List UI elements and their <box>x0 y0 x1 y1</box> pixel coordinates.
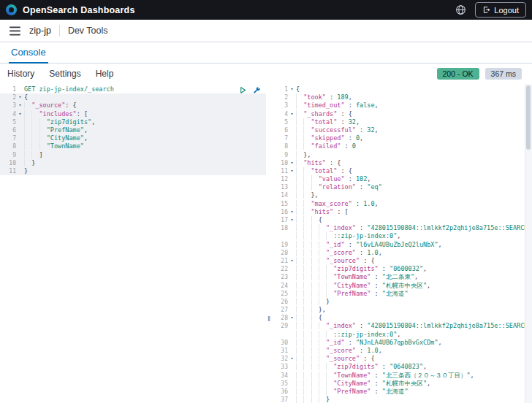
code-line: 34 "TownName" : "北三条西（２０～３０丁目）", <box>272 372 525 380</box>
settings-button[interactable]: Settings <box>49 69 80 79</box>
code-line: 4▾ "includes": [ <box>0 110 266 118</box>
code-line: 1▾{ <box>272 85 525 93</box>
code-line: 10▾ "hits" : { <box>272 159 525 167</box>
response-scrollbar <box>525 84 532 403</box>
opensearch-dashboards-window: OpenSearch Dashboards Logout zip-jp Dev … <box>0 0 532 403</box>
code-line: 25 "PrefName" : "北海道" <box>272 290 525 298</box>
code-line: 6 "successful" : 32, <box>272 126 525 134</box>
logout-icon <box>482 6 490 14</box>
code-line: 26 } <box>272 298 525 306</box>
code-line: 3 "timed_out" : false, <box>272 101 525 110</box>
request-actions <box>239 86 261 94</box>
code-line: 31 "_score" : 1.0, <box>272 347 525 355</box>
send-request-button[interactable] <box>239 86 247 94</box>
menu-icon[interactable] <box>7 23 22 38</box>
code-line: 20 "_score" : 1.0, <box>272 249 525 257</box>
code-line: 2▾{ <box>0 93 266 101</box>
code-line: 16▾ "hits" : [ <box>272 208 525 216</box>
code-line: 9 }, <box>272 151 525 159</box>
code-line: 18 "_index" : "428015190804::lmlkkf2p2qh… <box>272 224 525 232</box>
breadcrumb-workspace[interactable]: zip-jp <box>29 26 51 36</box>
time-badge: 367 ms <box>485 68 522 80</box>
code-line: 29 "_index" : "428015190804::lmlkkf2p2qh… <box>272 322 525 330</box>
scrollbar-thumb[interactable] <box>526 85 531 150</box>
response-status-group: 200 - OK 367 ms <box>437 68 522 80</box>
code-line: ::zip-jp-index:0", <box>272 331 525 339</box>
code-line: 35 "CityName" : "札幌市中央区", <box>272 380 525 388</box>
nav-bar: zip-jp Dev Tools <box>0 20 532 42</box>
code-line: 21▾ "_source" : { <box>272 257 525 265</box>
panel-resizer[interactable]: ‖ <box>266 316 272 323</box>
code-line: 33 "zip7digits" : "0640823", <box>272 363 525 371</box>
code-line: 6 "PrefName", <box>0 126 266 134</box>
code-line: 4▾ "_shards" : { <box>272 110 525 118</box>
code-line: 11} <box>0 167 266 175</box>
opensearch-logo-icon <box>6 4 17 15</box>
tab-console[interactable]: Console <box>9 42 48 64</box>
code-line: 10 } <box>0 159 266 167</box>
code-line: 27 }, <box>272 306 525 314</box>
code-line: 7 "CityName", <box>0 134 266 142</box>
code-line: 36 "PrefName" : "北海道" <box>272 388 525 396</box>
globe-icon[interactable] <box>452 2 468 18</box>
code-line: 32▾ "_source" : { <box>272 355 525 363</box>
logout-label: Logout <box>494 6 519 15</box>
tab-bar: Console <box>0 42 532 64</box>
code-line: ::zip-jp-index:0", <box>272 232 525 240</box>
code-line: 28▾ { <box>272 314 525 322</box>
code-line: 8 "failed" : 0 <box>272 142 525 150</box>
brand-title: OpenSearch Dashboards <box>23 5 135 15</box>
code-line: 30 "_id" : "NJnLA4UB67qpbBvGxCDm", <box>272 339 525 347</box>
code-line: 7 "skipped" : 0, <box>272 134 525 142</box>
request-editor[interactable]: 1GET zip-jp-index/_search2▾{3▾ "_source"… <box>0 84 266 403</box>
code-line: 24 "CityName" : "札幌市中央区", <box>272 282 525 290</box>
code-line: 2 "took" : 189, <box>272 93 525 101</box>
logout-button[interactable]: Logout <box>475 2 526 18</box>
code-line: 15 "max_score" : 1.0, <box>272 200 525 208</box>
code-line: 17▾ { <box>272 216 525 224</box>
code-line: 14 }, <box>272 191 525 199</box>
wrench-icon[interactable] <box>253 86 261 94</box>
console-toolbar: History Settings Help 200 - OK 367 ms <box>0 64 532 84</box>
code-line: 8 "TownName" <box>0 142 266 150</box>
breadcrumb-dev-tools[interactable]: Dev Tools <box>68 26 108 36</box>
code-line: 19 "_id" : "l6vLA4UBuZbJeQ2luNbX", <box>272 241 525 249</box>
response-viewer[interactable]: 1▾{2 "took" : 189,3 "timed_out" : false,… <box>272 84 525 403</box>
code-line: 13 "relation" : "eq" <box>272 183 525 191</box>
code-line: 37 } <box>272 396 525 403</box>
panel-divider: ‖ <box>266 84 272 403</box>
top-header: OpenSearch Dashboards Logout <box>0 0 532 20</box>
history-button[interactable]: History <box>7 69 34 79</box>
code-line: 11▾ "total" : { <box>272 167 525 175</box>
status-badge: 200 - OK <box>437 68 479 80</box>
code-line: 5 "zip7digits", <box>0 118 266 126</box>
code-line: 3▾ "_source": { <box>0 101 266 110</box>
code-line: 9 ] <box>0 151 266 159</box>
console-split-view: 1GET zip-jp-index/_search2▾{3▾ "_source"… <box>0 84 532 403</box>
code-line: 12 "value" : 102, <box>272 175 525 183</box>
code-line: 1GET zip-jp-index/_search <box>0 85 266 93</box>
help-button[interactable]: Help <box>96 69 114 79</box>
code-line: 5 "total" : 32, <box>272 118 525 126</box>
code-line: 23 "TownName" : "北二条東", <box>272 273 525 281</box>
code-line: 22 "zip7digits" : "0600032", <box>272 265 525 273</box>
breadcrumb-divider <box>59 25 60 37</box>
